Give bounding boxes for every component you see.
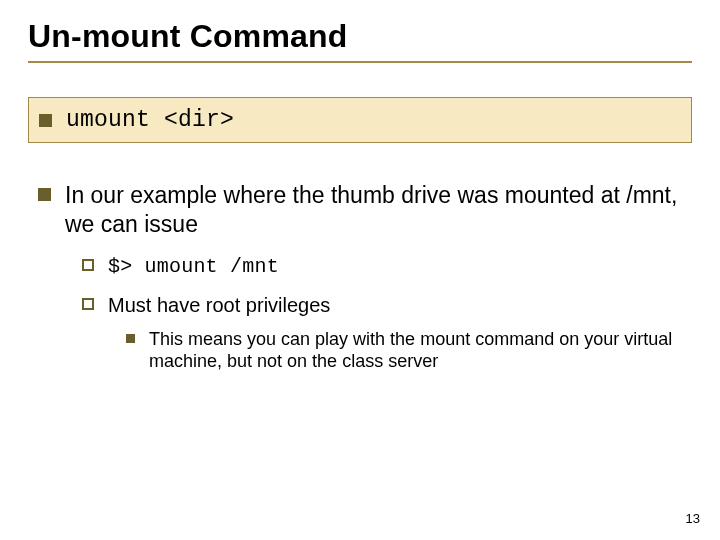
square-bullet-icon [126, 334, 135, 343]
sub-bullet-priv: Must have root privileges [82, 293, 692, 318]
slide-title: Un-mount Command [28, 18, 692, 63]
page-number: 13 [686, 511, 700, 526]
square-bullet-icon [39, 114, 52, 127]
note-text: This means you can play with the mount c… [149, 328, 692, 373]
square-bullet-icon [38, 188, 51, 201]
hollow-square-icon [82, 259, 94, 271]
example-command: $> umount /mnt [108, 254, 279, 279]
intro-text: In our example where the thumb drive was… [65, 181, 692, 240]
umount-syntax: umount <dir> [66, 107, 234, 133]
hollow-square-icon [82, 298, 94, 310]
sub-sub-bullet-note: This means you can play with the mount c… [126, 328, 692, 373]
main-bullet: In our example where the thumb drive was… [38, 181, 692, 240]
sub-bullet-cmd: $> umount /mnt [82, 254, 692, 279]
privileges-text: Must have root privileges [108, 293, 330, 318]
command-callout: umount <dir> [28, 97, 692, 143]
